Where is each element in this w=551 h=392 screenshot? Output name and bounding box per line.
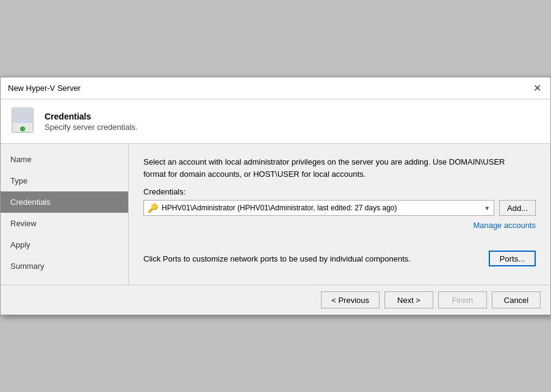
header-text: Credentials Specify server credentials. [45, 112, 137, 132]
svg-rect-3 [13, 119, 32, 123]
credentials-row: 🔑 HPHV01\Administrator (HPHV01\Administr… [143, 200, 536, 216]
header-title: Credentials [45, 112, 137, 121]
dialog-title: New Hyper-V Server [8, 84, 81, 93]
finish-button[interactable]: Finish [438, 291, 487, 308]
add-button[interactable]: Add... [499, 200, 536, 216]
ports-description: Click Ports to customize network ports t… [143, 254, 411, 263]
main-content: Select an account with local administrat… [129, 144, 550, 285]
server-icon [10, 107, 35, 136]
sidebar-item-apply[interactable]: Apply [1, 234, 128, 255]
sidebar-item-credentials[interactable]: Credentials [1, 191, 128, 213]
credentials-label: Credentials: [143, 187, 536, 196]
header-subtitle: Specify server credentials. [45, 123, 137, 132]
sidebar-item-type[interactable]: Type [1, 170, 128, 191]
next-button[interactable]: Next > [384, 291, 433, 308]
svg-rect-2 [13, 114, 32, 118]
sidebar-item-summary[interactable]: Summary [1, 255, 128, 277]
previous-button[interactable]: < Previous [321, 291, 380, 308]
content-area: Name Type Credentials Review Apply Summa… [1, 144, 550, 285]
sidebar-item-review[interactable]: Review [1, 213, 128, 234]
dropdown-content: 🔑 HPHV01\Administrator (HPHV01\Administr… [148, 203, 481, 213]
svg-point-4 [20, 127, 25, 132]
bottom-bar: < Previous Next > Finish Cancel [1, 285, 550, 315]
ports-button[interactable]: Ports... [489, 251, 536, 266]
credentials-value: HPHV01\Administrator (HPHV01\Administrat… [162, 204, 397, 212]
key-icon: 🔑 [148, 203, 158, 213]
manage-accounts-link[interactable]: Manage accounts [143, 221, 536, 230]
sidebar: Name Type Credentials Review Apply Summa… [1, 144, 129, 285]
svg-rect-1 [13, 110, 32, 113]
chevron-down-icon: ▼ [484, 205, 490, 212]
title-bar: New Hyper-V Server ✕ [1, 77, 550, 99]
sidebar-item-name[interactable]: Name [1, 149, 128, 170]
credentials-dropdown[interactable]: 🔑 HPHV01\Administrator (HPHV01\Administr… [143, 200, 494, 216]
dialog: New Hyper-V Server ✕ Credentials Specify… [0, 77, 551, 315]
ports-area: Click Ports to customize network ports t… [143, 244, 536, 273]
close-button[interactable]: ✕ [531, 82, 543, 94]
header-area: Credentials Specify server credentials. [1, 99, 550, 144]
cancel-button[interactable]: Cancel [492, 291, 541, 308]
description-text: Select an account with local administrat… [143, 156, 536, 180]
